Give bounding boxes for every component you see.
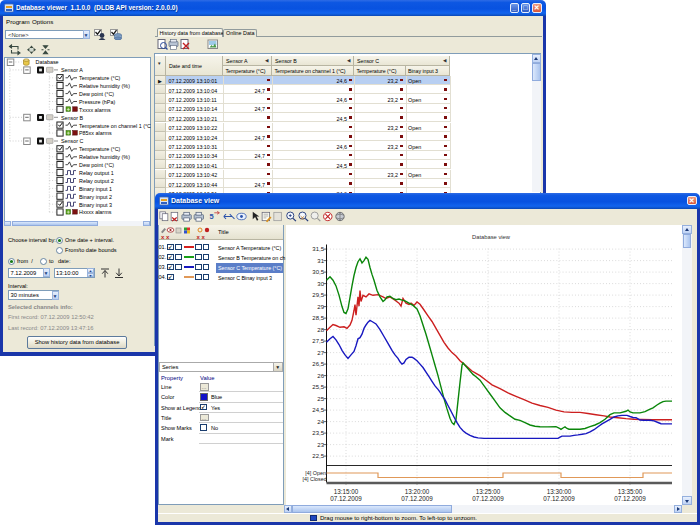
svg-text:13:25:00: 13:25:00	[476, 488, 501, 495]
svg-text:13:15:00: 13:15:00	[334, 488, 359, 495]
svg-text:Dew point (°C): Dew point (°C)	[79, 162, 114, 168]
svg-text:07.12.2009: 07.12.2009	[543, 495, 575, 502]
svg-text:Sensor A: Sensor A	[61, 67, 83, 73]
svg-text:Temperature (°C): Temperature (°C)	[79, 146, 121, 152]
svg-text:22,5: 22,5	[312, 453, 324, 459]
svg-text:23,5: 23,5	[312, 430, 324, 436]
svg-text:Relay output 2: Relay output 2	[79, 177, 114, 183]
svg-text:13:35:00: 13:35:00	[618, 488, 643, 495]
svg-text:Binary input 3: Binary input 3	[79, 201, 112, 207]
svg-text:Sensor C: Sensor C	[61, 138, 84, 144]
svg-text:P85xx alarms: P85xx alarms	[79, 130, 112, 136]
svg-text:26,5: 26,5	[312, 361, 324, 367]
svg-text:Relative humidity (%): Relative humidity (%)	[79, 83, 130, 89]
svg-text:Database: Database	[35, 59, 58, 65]
svg-text:Temperature on channel 1 (°C: Temperature on channel 1 (°C	[79, 122, 151, 128]
svg-text:Relative humidity (%): Relative humidity (%)	[79, 154, 130, 160]
svg-text:Relay output 1: Relay output 1	[79, 169, 114, 175]
svg-text:Txxxx alarms: Txxxx alarms	[79, 106, 111, 112]
svg-text:x x: x x	[161, 234, 170, 240]
svg-text:07.12.2009: 07.12.2009	[614, 495, 646, 502]
svg-text:27,5: 27,5	[312, 338, 324, 344]
svg-text:29,5: 29,5	[312, 292, 324, 298]
svg-text:Sensor B: Sensor B	[61, 114, 84, 120]
svg-text:Binary input 1: Binary input 1	[79, 185, 112, 191]
svg-text:x x: x x	[197, 234, 206, 240]
svg-text:Binary input 2: Binary input 2	[79, 193, 112, 199]
svg-text:13:20:00: 13:20:00	[405, 488, 430, 495]
svg-text:28,5: 28,5	[312, 315, 324, 321]
svg-text:Database view: Database view	[472, 233, 511, 239]
svg-text:[4] Closed: [4] Closed	[303, 475, 327, 481]
svg-text:07.12.2009: 07.12.2009	[472, 495, 504, 502]
svg-text:30,5: 30,5	[312, 269, 324, 275]
svg-text:Temperature (°C): Temperature (°C)	[79, 75, 121, 81]
svg-text:25,5: 25,5	[312, 384, 324, 390]
svg-text:07.12.2009: 07.12.2009	[401, 495, 433, 502]
svg-text:13:30:00: 13:30:00	[547, 488, 572, 495]
svg-text:5: 5	[210, 212, 214, 221]
svg-text:Dew point (°C): Dew point (°C)	[79, 90, 114, 96]
svg-text:07.12.2009: 07.12.2009	[330, 495, 362, 502]
svg-text:31,5: 31,5	[312, 246, 324, 252]
svg-text:Hxxxx alarms: Hxxxx alarms	[79, 209, 112, 215]
svg-text:24,5: 24,5	[312, 407, 324, 413]
svg-text:Pressure (hPa): Pressure (hPa)	[79, 98, 115, 104]
